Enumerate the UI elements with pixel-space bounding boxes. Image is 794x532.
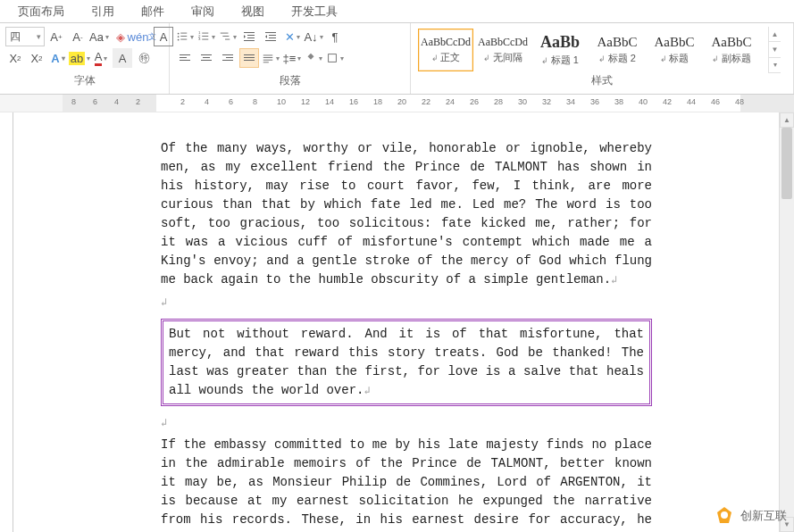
style-item-3[interactable]: AaBbC标题 2	[589, 29, 645, 71]
vertical-scrollbar[interactable]: ▲ ▼	[779, 112, 794, 532]
svg-rect-24	[180, 57, 187, 58]
svg-rect-3	[180, 36, 187, 37]
shading-button[interactable]	[304, 48, 323, 68]
document-area: Of the many ways, worthy or vile, honora…	[0, 112, 794, 532]
svg-rect-25	[180, 60, 190, 61]
scroll-up-button[interactable]: ▲	[780, 112, 794, 128]
style-item-5[interactable]: AaBbC副标题	[704, 29, 759, 71]
tab-view[interactable]: 视图	[241, 4, 264, 20]
borders-button[interactable]	[325, 48, 345, 68]
group-font: 四 A+ A- Aa ◈ wén文 A X2 X2 A ab A A ㊕	[0, 23, 170, 94]
decrease-indent-button[interactable]	[239, 27, 259, 46]
styles-scroll-down[interactable]: ▼	[769, 42, 781, 57]
paragraph-1[interactable]: Of the many ways, worthy or vile, honora…	[161, 139, 652, 289]
svg-rect-26	[201, 54, 212, 55]
group-font-label: 字体	[5, 73, 163, 90]
svg-rect-17	[247, 37, 255, 38]
svg-rect-35	[263, 55, 273, 56]
svg-point-0	[178, 33, 180, 35]
font-color-button[interactable]: A	[91, 48, 111, 68]
watermark-icon	[714, 505, 735, 527]
page: Of the many ways, worthy or vile, honora…	[71, 112, 732, 532]
svg-rect-22	[265, 40, 276, 41]
ruler-horizontal[interactable]: 8642246810121416182022242628303234363840…	[0, 95, 794, 112]
align-distribute-button[interactable]	[261, 48, 280, 68]
svg-rect-5	[180, 39, 187, 40]
increase-indent-button[interactable]	[261, 27, 280, 46]
svg-rect-18	[244, 40, 255, 41]
enclose-char-button[interactable]: ㊕	[134, 48, 154, 68]
highlight-button[interactable]: ab	[70, 48, 89, 68]
align-left-button[interactable]	[175, 48, 195, 68]
tab-devtools[interactable]: 开发工具	[291, 4, 338, 20]
svg-rect-38	[263, 62, 269, 62]
paragraph-empty-2[interactable]	[161, 413, 652, 432]
phonetic-guide-button[interactable]: wén文	[132, 27, 152, 46]
multilevel-list-button[interactable]	[218, 27, 238, 46]
align-right-button[interactable]	[218, 48, 238, 68]
svg-rect-30	[226, 57, 233, 58]
superscript-button[interactable]: X2	[27, 48, 46, 68]
subscript-button[interactable]: X2	[5, 48, 25, 68]
group-styles: AaBbCcDd正文AaBbCcDd无间隔AaBb标题 1AaBbC标题 2Aa…	[411, 23, 794, 94]
tab-mail[interactable]: 邮件	[141, 4, 164, 20]
svg-point-40	[721, 511, 728, 519]
watermark: 创新互联	[714, 505, 787, 527]
paragraph-2[interactable]: But not without reward. And it is of tha…	[169, 325, 644, 400]
styles-scroll: ▲ ▼ ▾	[768, 27, 781, 73]
align-center-button[interactable]	[196, 48, 216, 68]
svg-point-2	[178, 36, 180, 37]
svg-rect-15	[244, 32, 255, 33]
group-paragraph: 123 ✕ A↓ ¶ ‡≡	[170, 23, 411, 94]
style-item-2[interactable]: AaBb标题 1	[532, 29, 588, 71]
svg-rect-27	[203, 57, 210, 58]
paragraph-3[interactable]: If the embassy committed to me by his la…	[161, 436, 652, 532]
svg-point-4	[178, 39, 180, 41]
shrink-font-button[interactable]: A-	[68, 27, 88, 46]
tab-review[interactable]: 审阅	[191, 4, 214, 20]
grow-font-button[interactable]: A+	[46, 27, 66, 46]
show-marks-button[interactable]: ¶	[325, 27, 345, 46]
svg-rect-12	[221, 33, 229, 34]
svg-rect-32	[244, 54, 255, 55]
svg-rect-14	[225, 39, 230, 40]
ribbon: 四 A+ A- Aa ◈ wén文 A X2 X2 A ab A A ㊕	[0, 23, 794, 95]
text-effects-button[interactable]: A	[48, 48, 68, 68]
styles-scroll-up[interactable]: ▲	[769, 27, 781, 42]
style-item-0[interactable]: AaBbCcDd正文	[418, 29, 473, 71]
svg-rect-29	[222, 54, 233, 55]
paragraph-empty[interactable]	[161, 293, 652, 312]
svg-rect-11	[202, 39, 208, 40]
svg-rect-7	[202, 33, 208, 34]
svg-rect-13	[222, 36, 229, 37]
style-item-1[interactable]: AaBbCcDd无间隔	[475, 29, 531, 71]
svg-rect-21	[269, 37, 276, 38]
tab-references[interactable]: 引用	[91, 4, 114, 20]
svg-rect-19	[265, 32, 276, 33]
fontsize-select[interactable]: 四	[5, 27, 45, 46]
styles-expand[interactable]: ▾	[769, 58, 781, 73]
ruler-vertical[interactable]	[0, 112, 20, 532]
change-case-button[interactable]: Aa	[89, 27, 109, 46]
char-shading-button[interactable]: A	[113, 48, 132, 68]
numbering-button[interactable]: 123	[196, 27, 216, 46]
asian-layout-button[interactable]: ✕	[282, 27, 302, 46]
bullets-button[interactable]	[175, 27, 195, 46]
svg-rect-34	[244, 60, 255, 61]
style-item-4[interactable]: AaBbC标题	[647, 29, 702, 71]
scroll-thumb[interactable]	[781, 128, 792, 199]
align-justify-button[interactable]	[239, 48, 259, 68]
group-styles-label: 样式	[416, 73, 788, 90]
svg-rect-39	[329, 54, 337, 62]
svg-rect-16	[247, 35, 255, 36]
svg-rect-28	[201, 60, 212, 61]
watermark-text: 创新互联	[740, 508, 787, 524]
sort-button[interactable]: A↓	[304, 27, 323, 46]
svg-rect-23	[180, 54, 190, 55]
line-spacing-button[interactable]: ‡≡	[282, 48, 302, 68]
document-scroll[interactable]: Of the many ways, worthy or vile, honora…	[20, 112, 794, 532]
svg-text:3: 3	[198, 37, 201, 41]
ribbon-tabs: 页面布局 引用 邮件 审阅 视图 开发工具	[0, 0, 794, 23]
svg-rect-9	[202, 36, 208, 37]
tab-pagelayout[interactable]: 页面布局	[18, 4, 64, 20]
